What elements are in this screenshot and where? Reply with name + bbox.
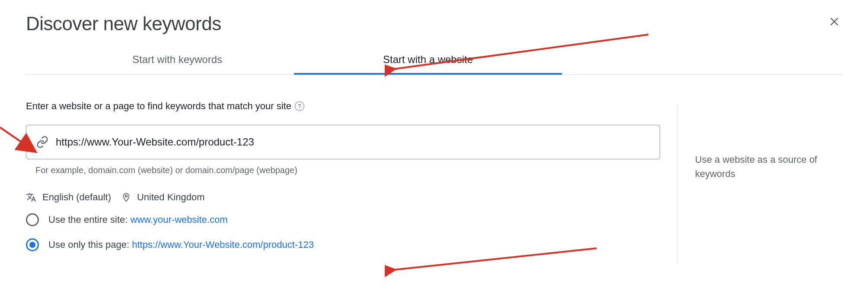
location-selector[interactable]: United Kingdom [137, 192, 205, 203]
close-button[interactable] [827, 13, 842, 32]
radio-use-entire-site[interactable]: Use the entire site: www.your-website.co… [26, 213, 660, 226]
tab-start-with-website[interactable]: Start with a website [294, 47, 562, 74]
tab-start-with-keywords[interactable]: Start with keywords [26, 47, 294, 74]
radio-use-only-this-page[interactable]: Use only this page: https://www.Your-Web… [26, 238, 660, 251]
language-selector[interactable]: English (default) [42, 192, 111, 203]
url-input-container [26, 125, 660, 159]
radio-icon [26, 238, 39, 251]
radio-icon [26, 213, 39, 226]
scope-radio-group: Use the entire site: www.your-website.co… [26, 213, 660, 251]
url-field-label-text: Enter a website or a page to find keywor… [26, 101, 291, 112]
url-field-label: Enter a website or a page to find keywor… [26, 101, 660, 112]
location-pin-icon [121, 193, 131, 202]
url-input[interactable] [56, 136, 650, 148]
radio-entire-url: www.your-website.com [131, 214, 228, 225]
close-icon [828, 16, 840, 28]
radio-entire-label: Use the entire site: [48, 214, 131, 225]
translate-icon [26, 192, 36, 202]
svg-point-2 [125, 195, 128, 197]
page-title: Discover new keywords [26, 13, 221, 35]
sidebar-tip: Use a website as a source of keywords [695, 152, 842, 181]
tab-bar: Start with keywords Start with a website [26, 47, 842, 75]
radio-page-label: Use only this page: [48, 239, 132, 250]
help-icon[interactable]: ? [295, 101, 304, 111]
link-icon [36, 136, 49, 149]
radio-page-url: https://www.Your-Website.com/product-123 [132, 239, 314, 250]
url-hint: For example, domain.com (website) or dom… [26, 165, 660, 175]
